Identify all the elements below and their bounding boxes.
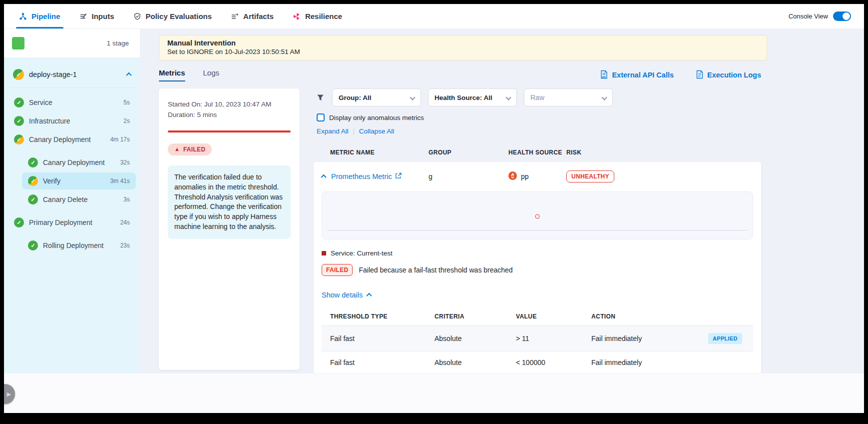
threshold-table-header: THRESHOLD TYPE CRITERIA VALUE ACTION [322,308,753,326]
chevron-up-icon [367,293,372,298]
prometheus-icon [508,172,517,182]
stage-row-deploy-stage-1[interactable]: ✓ deploy-stage-1 [4,61,140,88]
threshold-row: Fail fast Absolute < 100000 Fail immedia… [322,352,753,374]
svg-text:API: API [602,76,606,78]
verification-message: The verification failed due to anomalies… [168,166,291,239]
manual-intervention-banner: Manual Intervention Set to IGNORE on 10-… [159,35,767,60]
threshold-row: Fail fast Absolute > 11 Fail immediately… [322,326,753,352]
stage-steps-panel: ✓ deploy-stage-1 ✓ Service 5s ✓ Infrastr… [4,58,140,373]
sidebar-step-verify[interactable]: ✓ Verify 3m 41s [22,172,136,190]
chevron-up-icon[interactable] [126,72,131,78]
risk-badge: UNHEALTHY [566,170,614,182]
tab-resilience-label: Resilience [305,12,342,20]
success-check-icon: ✓ [28,240,38,250]
chevron-down-icon [410,94,415,100]
failed-threshold-message: Failed because a fail-fast threshold was… [359,266,512,274]
main-content: Manual Intervention Set to IGNORE on 10-… [140,29,864,373]
sidebar-step-service[interactable]: ✓ Service 5s [8,94,136,111]
tab-resilience[interactable]: Resilience [293,4,342,28]
applied-badge: APPLIED [708,333,742,344]
health-source-filter-dropdown[interactable]: Health Source: All [428,88,517,106]
collapse-all-link[interactable]: Collapse All [359,128,395,135]
sidebar-step-rolling-deployment[interactable]: ✓ Rolling Deployment 23s [22,237,136,254]
tab-policy-evaluations-label: Policy Evaluations [146,12,212,20]
stage-count-label: 1 stage [107,40,129,47]
app-window: Pipeline Inputs Policy Evaluations Artif… [4,4,864,413]
metrics-panel: Group: All Health Source: All Raw [314,88,761,373]
tab-artifacts[interactable]: Artifacts [231,4,274,28]
chevron-down-icon [505,94,511,100]
tab-inputs-label: Inputs [92,12,114,20]
stage-name: deploy-stage-1 [29,70,122,78]
tab-metrics[interactable]: Metrics [159,68,185,82]
show-details-link[interactable]: Show details [322,291,753,299]
failed-progress-bar [168,130,291,132]
anomalous-data-point[interactable] [535,214,540,218]
tab-artifacts-label: Artifacts [243,12,274,20]
bottom-strip: ▶ [4,373,864,413]
raw-filter-dropdown[interactable]: Raw [524,88,613,106]
chart-x-axis [327,230,748,230]
group-filter-dropdown[interactable]: Group: All [332,88,421,106]
duration-label: Duration: 5 mins [168,110,291,120]
external-api-calls-link[interactable]: API External API Calls [600,70,674,80]
warning-check-icon: ✓ [28,176,38,186]
success-check-icon: ✓ [14,218,24,228]
expand-all-link[interactable]: Expand All [317,128,349,135]
warning-check-icon: ✓ [14,134,24,144]
sidebar-step-primary-deployment[interactable]: ✓ Primary Deployment 24s [8,214,136,231]
document-icon [696,70,704,80]
chevron-down-icon [601,94,607,100]
metric-chart[interactable] [322,192,753,240]
anomalous-metrics-label: Display only anomalous metrics [329,114,424,122]
console-view-toggle[interactable] [833,12,851,21]
metric-group-value: g [429,172,508,180]
anomalous-metrics-checkbox[interactable] [317,114,325,122]
legend-label: Service: Current-test [331,250,393,257]
shield-check-icon [133,12,141,20]
execution-logs-link[interactable]: Execution Logs [696,70,761,80]
sidebar-step-canary-deployment[interactable]: ✓ Canary Deployment 32s [22,154,136,171]
inputs-icon [79,12,87,20]
metric-card: Prometheus Metric g [314,162,761,387]
tab-logs[interactable]: Logs [203,68,220,82]
sidebar-step-canary-deployment-group[interactable]: ✓ Canary Deployment 4m 17s [8,131,136,148]
filter-icon[interactable] [317,94,324,102]
collapse-metric-chevron-icon[interactable] [321,174,326,180]
right-arrow-icon: ▶ [7,391,11,398]
execution-sidebar: 1 stage ✓ deploy-stage-1 ✓ Service 5s ✓ … [4,29,140,373]
banner-subtitle: Set to IGNORE on 10-Jul-2023 10:50:51 AM [167,48,759,56]
failed-threshold-badge: FAILED [322,264,353,276]
stage-warning-check-icon: ✓ [13,69,24,80]
started-on-label: Started On: Jul 10, 2023 10:47 AM [168,100,291,110]
tab-pipeline-label: Pipeline [31,12,60,20]
metric-row: Prometheus Metric g [314,162,761,190]
metrics-table-header: METRIC NAME GROUP HEALTH SOURCE RISK [314,141,761,162]
console-view-label: Console View [789,12,828,20]
divider [354,128,354,135]
top-navigation-bar: Pipeline Inputs Policy Evaluations Artif… [4,4,864,29]
artifacts-icon [231,12,239,20]
success-check-icon: ✓ [14,98,24,108]
success-check-icon: ✓ [14,116,24,126]
resilience-icon [293,12,301,20]
tab-policy-evaluations[interactable]: Policy Evaluations [133,4,212,28]
tab-inputs[interactable]: Inputs [79,4,114,28]
pipeline-icon [19,12,27,20]
stage-summary-row: 1 stage [4,29,140,58]
metric-name-link[interactable]: Prometheus Metric [331,172,402,180]
success-check-icon: ✓ [28,158,38,168]
banner-title: Manual Intervention [167,39,759,47]
stage-status-square[interactable] [12,37,24,50]
failed-status-badge: ▲ FAILED [168,144,212,156]
api-document-icon: API [600,70,608,80]
tab-pipeline[interactable]: Pipeline [19,4,60,28]
toggle-knob [843,12,850,20]
sidebar-expand-handle[interactable]: ▶ [4,384,15,404]
verification-summary-card: Started On: Jul 10, 2023 10:47 AM Durati… [159,88,300,370]
sidebar-step-infrastructure[interactable]: ✓ Infrastructure 2s [8,112,136,130]
sidebar-step-canary-delete[interactable]: ✓ Canary Delete 3s [22,191,136,208]
success-check-icon: ✓ [28,194,38,204]
health-source-value: pp [521,172,529,180]
legend-marker [322,251,326,256]
